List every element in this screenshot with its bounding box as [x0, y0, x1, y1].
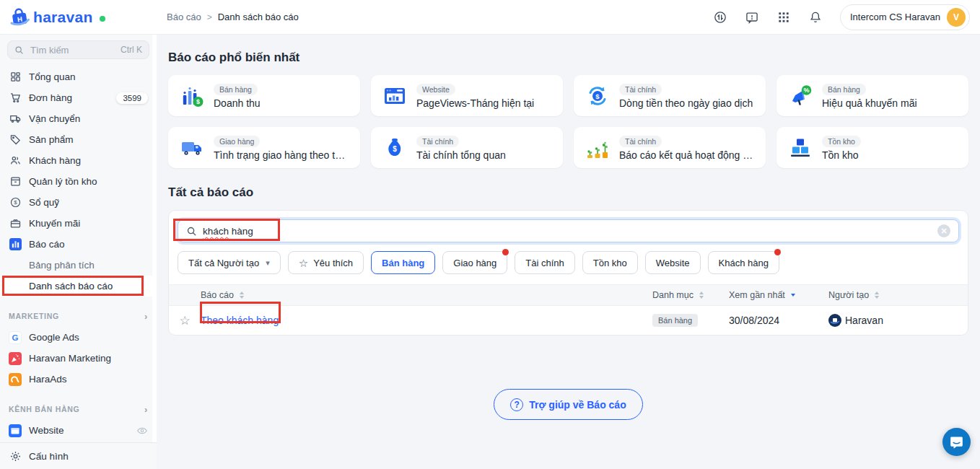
haraads-icon [9, 373, 22, 386]
sidebar-item-label: Sổ quỹ [29, 197, 59, 208]
megaphone-icon: % [788, 84, 813, 108]
cart-icon [9, 92, 22, 105]
sidebar-item-label: Google Ads [29, 332, 79, 343]
report-link-theo-khach-hang[interactable]: Theo khách hàng [201, 315, 279, 326]
chip-ton-kho[interactable]: Tồn kho [582, 251, 638, 274]
svg-text:$: $ [595, 92, 600, 100]
card-tag: Tài chính [619, 136, 662, 147]
reports-search-input[interactable]: khách hàng ✕ [178, 219, 959, 242]
haravan-logo[interactable]: H haravan [0, 6, 157, 28]
chat-launcher-icon[interactable] [942, 428, 971, 456]
chip-khach-hang[interactable]: Khách hàng [708, 251, 779, 274]
sidebar-item-label: Haravan Marketing [29, 353, 111, 364]
breadcrumb-reports[interactable]: Báo cáo [167, 12, 201, 22]
sort-icon[interactable] [875, 292, 879, 299]
sidebar-item-quan-ly-ton-kho[interactable]: Quản lý tồn kho [0, 171, 157, 192]
sidebar-item-tong-quan[interactable]: Tổng quan [0, 66, 157, 87]
sidebar-item-khach-hang[interactable]: Khách hàng [0, 150, 157, 171]
status-dot [100, 16, 105, 22]
report-card-ket-qua-hoat-dong[interactable]: Tài chính Báo cáo kết quả hoạt động kin.… [574, 127, 766, 168]
sidebar-item-label: Cấu hình [29, 451, 69, 462]
sidebar-subitem-label: Danh sách báo cáo [29, 281, 113, 292]
google-ads-icon: G [9, 331, 22, 344]
sidebar-item-bao-cao[interactable]: Báo cáo [0, 234, 157, 255]
chip-label: Yêu thích [313, 258, 353, 268]
sort-icon[interactable] [699, 292, 704, 299]
chip-ban-hang[interactable]: Bán hàng [371, 251, 435, 274]
sidebar-scrollbar-track[interactable] [152, 35, 157, 442]
sort-icon[interactable] [240, 292, 244, 299]
sync-icon[interactable] [713, 10, 727, 25]
column-xem-gan-nhat[interactable]: Xem gần nhất [729, 290, 785, 300]
haravan-bag-icon: H [9, 6, 30, 28]
section-title: KÊNH BÁN HÀNG [9, 405, 79, 413]
card-tag: Tài chính [416, 136, 459, 147]
report-card-hieu-qua-khuyen-mai[interactable]: % Bán hàng Hiệu quả khuyến mãi [776, 75, 968, 116]
chip-giao-hang[interactable]: Giao hàng [442, 251, 507, 274]
sidebar-section-marketing[interactable]: MARKETING › [0, 305, 157, 327]
filter-row: Tất cả Người tạo ▾ ☆ Yêu thích Bán hàng … [178, 251, 959, 274]
sidebar-section-kenh-ban-hang[interactable]: KÊNH BÁN HÀNG › [0, 398, 157, 420]
sidebar-item-don-hang[interactable]: Đơn hàng 3599 [0, 87, 157, 108]
breadcrumb: Báo cáo > Danh sách báo cáo [167, 12, 299, 22]
chip-website[interactable]: Website [645, 251, 701, 274]
column-danh-muc[interactable]: Danh mục [652, 290, 694, 300]
sidebar-item-label: Báo cáo [29, 239, 65, 250]
svg-text:$: $ [196, 98, 200, 105]
chip-tai-chinh[interactable]: Tài chính [515, 251, 574, 274]
favorite-star-icon[interactable]: ☆ [179, 315, 190, 327]
column-bao-cao[interactable]: Báo cáo [201, 290, 234, 300]
sidebar-subitem-danh-sach-bao-cao[interactable]: Danh sách báo cáo [0, 276, 157, 297]
sidebar-item-label: Vận chuyển [29, 113, 80, 124]
inventory-icon [9, 175, 22, 188]
help-button[interactable]: ? Trợ giúp về Báo cáo [494, 389, 642, 420]
chevron-right-icon: › [144, 404, 148, 415]
main-content: Báo cáo phổ biến nhất $ Bán hàng Doanh t… [157, 35, 980, 469]
breadcrumb-current: Danh sách báo cáo [218, 12, 299, 22]
search-shortcut: Ctrl K [121, 45, 142, 55]
growth-plants-icon [585, 136, 610, 160]
card-title: Tồn kho [822, 149, 861, 161]
all-reports-panel: khách hàng ✕ Tất cả Người tạo ▾ ☆ Yêu th… [168, 210, 968, 336]
last-viewed-date: 30/08/2024 [729, 315, 779, 326]
favorite-filter-chip[interactable]: ☆ Yêu thích [288, 251, 364, 274]
star-icon: ☆ [299, 258, 308, 268]
report-card-doanh-thu[interactable]: $ Bán hàng Doanh thu [168, 75, 360, 116]
report-card-ton-kho[interactable]: Tồn kho Tồn kho [776, 127, 968, 168]
card-tag: Bán hàng [214, 84, 258, 95]
report-card-dong-tien[interactable]: $ Tài chính Dòng tiền theo ngày giao dịc… [574, 75, 766, 116]
search-value: khách hàng [203, 226, 253, 237]
sidebar-item-so-quy[interactable]: $ Sổ quỹ [0, 192, 157, 213]
sidebar-item-label: Khuyến mãi [29, 218, 80, 229]
column-nguoi-tao[interactable]: Người tạo [828, 290, 869, 300]
clear-search-icon[interactable]: ✕ [937, 224, 950, 237]
sidebar-item-haravan-marketing[interactable]: Haravan Marketing [0, 348, 157, 369]
sidebar-item-van-chuyen[interactable]: Vận chuyển [0, 108, 157, 129]
creator-filter-dropdown[interactable]: Tất cả Người tạo ▾ [178, 251, 281, 274]
report-card-tai-chinh-tong-quan[interactable]: $ Tài chính Tài chính tổng quan [371, 127, 563, 168]
eye-icon[interactable] [136, 425, 148, 437]
feedback-icon[interactable] [745, 10, 759, 25]
sidebar-search-input[interactable] [29, 44, 115, 56]
sidebar-item-haraads[interactable]: HaraAds [0, 369, 157, 390]
sidebar-item-website[interactable]: Website [0, 420, 157, 441]
sidebar-item-google-ads[interactable]: G Google Ads [0, 327, 157, 348]
logo-text: haravan [33, 9, 93, 26]
cash-icon: $ [9, 196, 22, 209]
sidebar-item-khuyen-mai[interactable]: Khuyến mãi [0, 213, 157, 234]
cashflow-icon: $ [585, 84, 610, 108]
sidebar-item-san-pham[interactable]: Sản phẩm [0, 129, 157, 150]
account-menu[interactable]: Intercom CS Haravan V [840, 4, 970, 30]
bell-icon[interactable] [808, 10, 823, 25]
report-card-tinh-trang-giao-hang[interactable]: Giao hàng Tình trạng giao hàng theo thời… [168, 127, 360, 168]
apps-grid-icon[interactable] [776, 10, 791, 25]
delivery-truck-icon [180, 136, 204, 160]
sidebar-item-cau-hinh[interactable]: Cấu hình [0, 442, 157, 469]
report-card-pageviews[interactable]: Website PageViews-Tháng hiện tại [371, 75, 563, 116]
sidebar-search[interactable]: Ctrl K [7, 40, 149, 59]
sidebar-subitem-bang-phan-tich[interactable]: Bảng phân tích [0, 255, 157, 276]
gear-icon [9, 450, 22, 463]
chip-label: Khách hàng [719, 258, 769, 268]
sort-desc-icon[interactable] [791, 294, 795, 297]
svg-text:$: $ [393, 144, 397, 152]
